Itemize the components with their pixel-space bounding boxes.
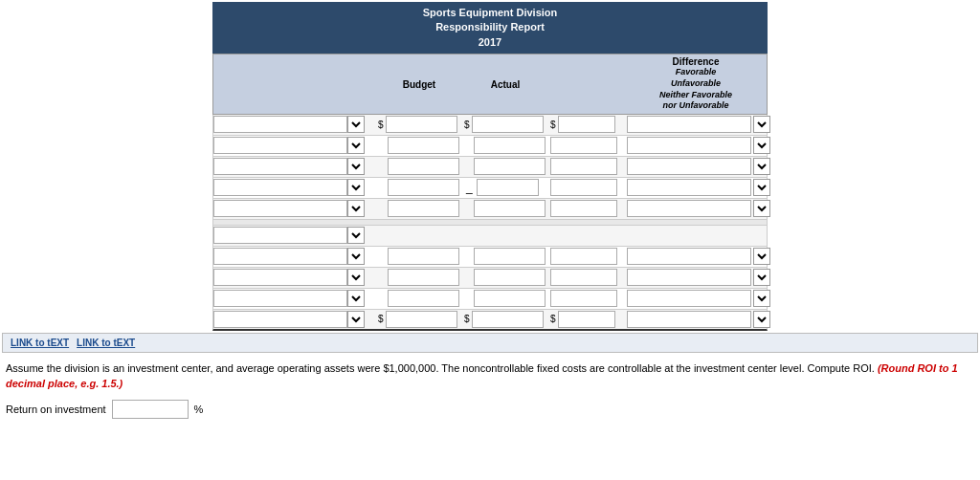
diff-type-input[interactable] (627, 269, 751, 286)
actual-input[interactable] (474, 290, 546, 307)
diff-type-select[interactable]: ▲▼ (753, 290, 770, 307)
diff-type-cell: ▲▼ (625, 179, 772, 196)
row-label-input[interactable] (213, 137, 347, 154)
row-label-input[interactable] (213, 311, 347, 328)
diff-type-select[interactable]: ▲▼ (753, 311, 770, 328)
actual-cell (462, 200, 548, 217)
diff-amount-input[interactable] (550, 179, 617, 196)
diff-type-input[interactable] (627, 158, 751, 175)
actual-input[interactable] (474, 158, 546, 175)
budget-cell (376, 200, 462, 217)
column-headers: Budget Actual Difference Favorable Unfav… (212, 54, 768, 115)
instruction-section: Assume the division is an investment cen… (2, 353, 978, 396)
row-label-input[interactable] (213, 116, 347, 133)
diff-type-input[interactable] (627, 248, 751, 265)
row-type-select[interactable]: ▲▼ (347, 248, 365, 265)
diff-type-select[interactable]: ▲▼ (753, 137, 770, 154)
actual-input[interactable] (474, 137, 546, 154)
diff-amount-cell (548, 158, 625, 175)
diff-sub-3: Neither Favorable (625, 90, 767, 101)
diff-type-select[interactable]: ▲▼ (753, 158, 770, 175)
roi-input[interactable] (112, 400, 189, 419)
diff-type-input[interactable] (627, 137, 751, 154)
diff-type-select[interactable]: ▲▼ (753, 200, 770, 217)
diff-type-select[interactable]: ▲▼ (753, 269, 770, 286)
header-line1: Sports Equipment Division (220, 6, 760, 20)
diff-type-input[interactable] (627, 200, 751, 217)
diff-amount-cell (548, 290, 625, 307)
budget-input[interactable] (388, 248, 459, 265)
row-label-input[interactable] (213, 227, 347, 244)
instruction-text: Assume the division is an investment cen… (6, 362, 875, 374)
budget-input[interactable] (388, 158, 459, 175)
actual-cell: _ (462, 179, 548, 196)
diff-amount-input[interactable] (558, 116, 615, 133)
diff-amount-input[interactable] (550, 290, 617, 307)
row-label-input[interactable] (213, 290, 347, 307)
row-type-select[interactable]: ▲▼ (347, 200, 365, 217)
diff-amount-input[interactable] (550, 248, 617, 265)
row-type-select[interactable]: ▲▼ (347, 269, 365, 286)
link-to-text-2[interactable]: LINK to tEXT (77, 338, 135, 348)
budget-input[interactable] (388, 137, 459, 154)
actual-dash: _ (464, 181, 475, 194)
row-label-cell: ▲▼ (213, 200, 376, 217)
budget-input[interactable] (388, 269, 459, 286)
row-label-cell: ▲▼ (213, 158, 376, 175)
row-type-select[interactable]: ▲▼ (347, 179, 365, 196)
diff-type-input[interactable] (627, 116, 751, 133)
diff-type-input[interactable] (627, 290, 751, 307)
table-row: ▲▼ ▲▼ (212, 136, 768, 157)
diff-amount-cell (548, 269, 625, 286)
diff-type-cell: ▲▼ (625, 269, 772, 286)
budget-input[interactable] (388, 290, 459, 307)
budget-cell (376, 137, 462, 154)
row-label-input[interactable] (213, 158, 347, 175)
actual-input[interactable] (474, 248, 546, 265)
budget-input[interactable] (386, 311, 457, 328)
row-type-select[interactable]: ▲▼ (347, 116, 365, 133)
actual-input[interactable] (472, 311, 544, 328)
diff-amount-input[interactable] (550, 269, 617, 286)
diff-type-select[interactable]: ▲▼ (753, 116, 770, 133)
budget-cell: $ (376, 311, 462, 328)
diff-amount-input[interactable] (550, 200, 617, 217)
diff-type-input[interactable] (627, 311, 751, 328)
budget-input[interactable] (388, 200, 459, 217)
budget-cell (376, 179, 462, 196)
actual-input[interactable] (474, 269, 546, 286)
row-label-input[interactable] (213, 179, 347, 196)
actual-input[interactable] (477, 179, 539, 196)
budget-input[interactable] (386, 116, 457, 133)
difference-label: Difference (625, 56, 767, 67)
row-label-input[interactable] (213, 200, 347, 217)
actual-input[interactable] (472, 116, 544, 133)
row-label-input[interactable] (213, 269, 347, 286)
diff-dollar: $ (550, 314, 556, 324)
report-header: Sports Equipment Division Responsibility… (212, 2, 768, 54)
row-type-select[interactable]: ▲▼ (347, 311, 365, 328)
row-label-cell: ▲▼ (213, 248, 376, 265)
actual-cell (462, 290, 548, 307)
diff-sub-labels: Favorable Unfavorable Neither Favorable … (625, 67, 767, 112)
row-type-select[interactable]: ▲▼ (347, 158, 365, 175)
diff-amount-input[interactable] (558, 311, 615, 328)
budget-input[interactable] (388, 179, 459, 196)
row-type-select[interactable]: ▲▼ (347, 290, 365, 307)
diff-type-input[interactable] (627, 179, 751, 196)
budget-cell (376, 269, 462, 286)
diff-dollar: $ (550, 120, 556, 130)
row-label-input[interactable] (213, 248, 347, 265)
link-to-text-1[interactable]: LINK to tEXT (11, 338, 69, 348)
row-type-select[interactable]: ▲▼ (347, 227, 365, 244)
diff-type-select[interactable]: ▲▼ (753, 179, 770, 196)
budget-dollar: $ (378, 120, 384, 130)
diff-amount-input[interactable] (550, 158, 617, 175)
roi-row: Return on investment % (2, 396, 978, 423)
budget-cell (376, 248, 462, 265)
actual-input[interactable] (474, 200, 546, 217)
diff-sub-1: Favorable (625, 67, 767, 78)
diff-type-select[interactable]: ▲▼ (753, 248, 770, 265)
diff-amount-input[interactable] (550, 137, 617, 154)
row-type-select[interactable]: ▲▼ (347, 137, 365, 154)
